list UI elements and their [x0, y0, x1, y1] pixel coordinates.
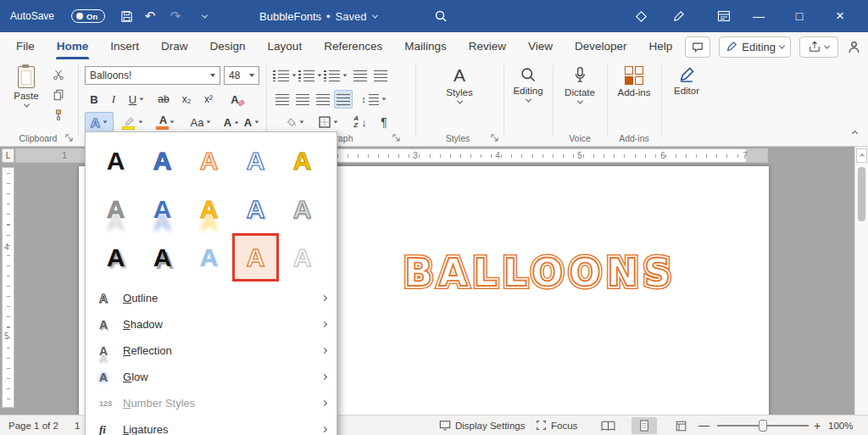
text-effect-style-12[interactable]: A: [139, 233, 186, 282]
tab-review[interactable]: Review: [458, 32, 517, 59]
editor-button[interactable]: Editor: [665, 64, 709, 124]
align-center-button[interactable]: [293, 90, 312, 109]
text-highlight-color-button[interactable]: [119, 112, 147, 132]
save-button[interactable]: [115, 0, 137, 32]
word-count-fragment[interactable]: 1: [75, 415, 80, 435]
font-color-button[interactable]: A: [153, 112, 181, 132]
clipboard-dialog-launcher[interactable]: [64, 133, 74, 142]
vertical-scrollbar[interactable]: [854, 147, 868, 415]
tab-design[interactable]: Design: [199, 32, 257, 59]
underline-button[interactable]: U: [124, 90, 149, 109]
increase-indent-button[interactable]: [371, 66, 390, 85]
paste-button[interactable]: Paste: [8, 64, 44, 134]
justify-button[interactable]: [334, 90, 353, 109]
display-settings-button[interactable]: Display Settings: [439, 415, 525, 435]
subscript-button[interactable]: x₂: [176, 90, 197, 109]
text-effect-style-6[interactable]: A: [92, 185, 139, 233]
effects-item-ligatures[interactable]: fi Ligatures: [86, 416, 337, 435]
text-effect-style-8[interactable]: A: [186, 185, 232, 233]
comments-button[interactable]: [685, 36, 710, 58]
cut-button[interactable]: [49, 66, 68, 83]
search-button[interactable]: [424, 0, 458, 32]
text-effect-style-11[interactable]: A: [92, 233, 139, 282]
font-size-combobox[interactable]: 48: [224, 66, 259, 85]
print-layout-button[interactable]: [632, 417, 657, 434]
text-effect-style-5[interactable]: A: [279, 137, 326, 185]
text-effect-style-14-selected[interactable]: A: [232, 233, 279, 282]
text-effect-style-1[interactable]: A: [92, 137, 139, 185]
shading-button[interactable]: [280, 112, 309, 132]
text-effect-style-13[interactable]: A: [186, 233, 232, 282]
vertical-ruler[interactable]: 4 5: [2, 167, 14, 408]
effects-item-glow[interactable]: A Glow: [86, 364, 337, 390]
tab-draw[interactable]: Draw: [150, 32, 199, 59]
ribbon-display-options-button[interactable]: [707, 0, 741, 32]
paragraph-dialog-launcher[interactable]: [392, 133, 401, 142]
zoom-slider-thumb[interactable]: [759, 420, 767, 432]
page-indicator[interactable]: Page 1 of 2: [8, 415, 58, 435]
zoom-in-button[interactable]: +: [814, 415, 821, 435]
editing-mode-button[interactable]: Editing: [719, 36, 791, 58]
tab-layout[interactable]: Layout: [257, 32, 314, 59]
change-case-button[interactable]: Aa: [186, 112, 215, 132]
collapse-ribbon-button[interactable]: [848, 127, 861, 139]
read-mode-button[interactable]: [595, 417, 620, 434]
zoom-level[interactable]: 100%: [828, 415, 853, 435]
zoom-out-button[interactable]: —: [698, 415, 709, 435]
focus-button[interactable]: Focus: [536, 415, 577, 435]
tab-developer[interactable]: Developer: [564, 32, 638, 59]
sensitivity-button[interactable]: [624, 0, 658, 32]
draw-tools-button[interactable]: [661, 0, 695, 32]
effects-item-shadow[interactable]: A Shadow: [86, 311, 337, 337]
zoom-slider[interactable]: [717, 425, 809, 427]
multilevel-list-button[interactable]: [324, 66, 348, 85]
strikethrough-button[interactable]: ab: [153, 90, 175, 109]
shrink-font-button[interactable]: A: [242, 112, 261, 132]
tab-help[interactable]: Help: [638, 32, 684, 59]
tab-view[interactable]: View: [517, 32, 564, 59]
decrease-indent-button[interactable]: [351, 66, 370, 85]
redo-button[interactable]: ↷: [164, 0, 186, 32]
show-hide-marks-button[interactable]: ¶: [375, 112, 393, 132]
effects-item-outline[interactable]: A Outline: [86, 285, 337, 311]
styles-button[interactable]: A Styles: [434, 64, 485, 134]
undo-button[interactable]: ↶: [139, 0, 161, 32]
autosave-toggle[interactable]: On: [71, 9, 105, 23]
effects-item-reflection[interactable]: A Reflection: [86, 337, 337, 364]
scrollbar-up-button[interactable]: [856, 148, 867, 163]
qat-customize-button[interactable]: [193, 0, 215, 32]
numbering-button[interactable]: [298, 66, 322, 85]
borders-button[interactable]: [314, 112, 342, 132]
format-painter-button[interactable]: [49, 107, 68, 124]
clear-formatting-button[interactable]: A: [224, 90, 246, 109]
maximize-button[interactable]: □: [780, 0, 819, 32]
italic-button[interactable]: I: [105, 90, 122, 109]
web-layout-button[interactable]: [668, 417, 693, 434]
tab-stop-selector[interactable]: L: [2, 148, 14, 163]
text-effect-style-4[interactable]: A: [232, 137, 279, 185]
text-effect-style-7[interactable]: A: [139, 185, 186, 233]
account-presence-button[interactable]: [847, 40, 861, 54]
scrollbar-thumb[interactable]: [858, 167, 865, 221]
tab-home[interactable]: Home: [46, 32, 100, 59]
styles-dialog-launcher[interactable]: [490, 133, 499, 142]
tab-insert[interactable]: Insert: [99, 32, 150, 59]
tab-references[interactable]: References: [313, 32, 393, 59]
sort-button[interactable]: A Z ↓: [349, 112, 371, 132]
tab-file[interactable]: File: [5, 32, 46, 59]
text-effect-style-10[interactable]: A: [279, 185, 326, 233]
text-effect-style-2[interactable]: A: [139, 137, 186, 185]
text-effects-button[interactable]: A: [85, 112, 114, 132]
effects-item-number-styles[interactable]: 123 Number Styles: [86, 390, 337, 416]
copy-button[interactable]: [49, 86, 68, 103]
grow-font-button[interactable]: A: [222, 112, 241, 132]
font-name-combobox[interactable]: Balloons!: [85, 66, 220, 85]
align-right-button[interactable]: [314, 90, 332, 109]
document-text[interactable]: BALLOONS BALLOONS BALLOONS: [404, 251, 676, 294]
bullets-button[interactable]: [273, 66, 297, 85]
align-left-button[interactable]: [273, 90, 292, 109]
bold-button[interactable]: B: [85, 90, 103, 109]
addins-button[interactable]: Add-ins: [610, 64, 658, 124]
superscript-button[interactable]: x²: [198, 90, 219, 109]
close-button[interactable]: ×: [821, 0, 860, 32]
